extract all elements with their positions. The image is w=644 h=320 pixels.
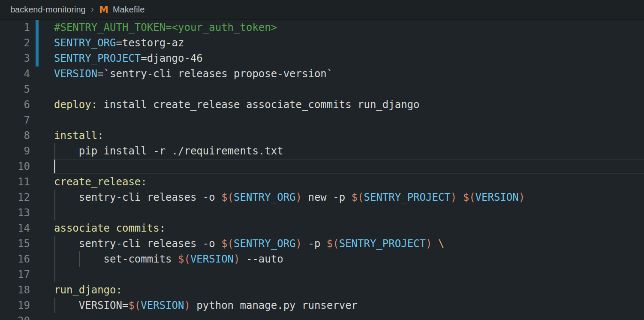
line-number[interactable]: 8 — [0, 128, 30, 143]
code-line[interactable]: 16 set-commits $(VERSION) --auto — [0, 251, 644, 267]
line-number[interactable]: 3 — [0, 51, 30, 66]
line-text: VERSION=`sentry-cli releases propose-ver… — [54, 66, 333, 82]
token-var: VERSION — [475, 191, 519, 203]
token-target: install: — [54, 130, 104, 142]
token-punct: ) — [296, 238, 302, 250]
line-number[interactable]: 20 — [0, 313, 30, 320]
token-punct: ) — [426, 238, 432, 250]
token-punct: $( — [352, 191, 364, 203]
line-text: #SENTRY_AUTH_TOKEN=<your_auth_token> — [54, 20, 277, 35]
breadcrumb-folder[interactable]: backend-monitoring — [10, 5, 86, 15]
token-punct: ) — [296, 191, 302, 203]
line-text: install: — [54, 128, 104, 143]
breadcrumb: backend-monitoring › M Makefile — [0, 0, 644, 20]
code-line[interactable]: 18run_django: — [0, 282, 644, 298]
token-text: --auto — [240, 253, 283, 265]
token-target: associate_commits: — [54, 222, 166, 234]
line-text: VERSION=$(VERSION) python manage.py runs… — [54, 298, 358, 313]
modified-lines-indicator[interactable] — [36, 20, 39, 66]
token-text: set-commits — [54, 253, 178, 265]
token-var: VERSION — [54, 68, 97, 80]
code-line[interactable]: 4VERSION=`sentry-cli releases propose-ve… — [0, 66, 644, 82]
line-number[interactable]: 10 — [0, 159, 30, 174]
token-punct: $( — [463, 191, 475, 203]
code-line[interactable]: 3SENTRY_PROJECT=django-46 — [0, 51, 644, 66]
token-punct: ) — [451, 191, 457, 203]
breadcrumb-file[interactable]: Makefile — [113, 5, 144, 15]
line-text: sentry-cli releases -o $(SENTRY_ORG) new… — [54, 190, 525, 205]
token-punct: ) — [519, 191, 525, 203]
token-text: pip install -r ./requirements.txt — [54, 145, 283, 157]
line-text: sentry-cli releases -o $(SENTRY_ORG) -p … — [54, 236, 444, 251]
code-line[interactable]: 9 pip install -r ./requirements.txt — [0, 143, 644, 159]
code-line[interactable]: 19 VERSION=$(VERSION) python manage.py r… — [0, 298, 644, 313]
line-number[interactable]: 2 — [0, 35, 30, 51]
code-line[interactable]: 5 — [0, 82, 644, 97]
token-gold: \ — [438, 238, 444, 250]
line-text: pip install -r ./requirements.txt — [54, 143, 283, 159]
line-number[interactable]: 12 — [0, 190, 30, 205]
line-number[interactable]: 14 — [0, 220, 30, 236]
code-line[interactable]: 8install: — [0, 128, 644, 143]
token-text — [457, 191, 463, 203]
token-text: VERSION= — [54, 299, 128, 311]
token-text: =testorg-az — [116, 37, 184, 49]
line-number[interactable]: 7 — [0, 112, 30, 128]
line-text: deploy: install create_release associate… — [54, 97, 420, 112]
token-target: deploy: — [54, 99, 97, 111]
code-line[interactable]: 2SENTRY_ORG=testorg-az — [0, 35, 644, 51]
token-punct: $( — [128, 299, 141, 311]
line-number[interactable]: 13 — [0, 205, 30, 220]
code-line[interactable]: 10 — [0, 159, 644, 174]
token-punct: ) — [184, 299, 190, 311]
token-text: python manage.py runserver — [190, 299, 358, 311]
line-number[interactable]: 18 — [0, 282, 30, 298]
token-punct: $( — [327, 238, 339, 250]
token-text: =django-46 — [141, 52, 203, 64]
token-text: sentry-cli releases -o — [54, 238, 221, 250]
token-var: SENTRY_PROJECT — [54, 52, 141, 64]
token-target: create_release: — [54, 176, 147, 188]
line-number[interactable]: 6 — [0, 97, 30, 112]
line-text: set-commits $(VERSION) --auto — [54, 251, 283, 267]
token-var: SENTRY_PROJECT — [364, 191, 451, 203]
line-text: create_release: — [54, 174, 147, 190]
line-number[interactable]: 15 — [0, 236, 30, 251]
code-line[interactable]: 15 sentry-cli releases -o $(SENTRY_ORG) … — [0, 236, 644, 251]
code-line[interactable]: 6deploy: install create_release associat… — [0, 97, 644, 112]
line-text: run_django: — [54, 282, 122, 298]
line-text: SENTRY_ORG=testorg-az — [54, 35, 184, 51]
chevron-right-icon: › — [91, 4, 94, 15]
current-line-highlight — [52, 159, 644, 174]
code-line[interactable]: 20 — [0, 313, 644, 320]
token-var: SENTRY_ORG — [234, 191, 296, 203]
token-text — [432, 238, 438, 250]
line-text: SENTRY_PROJECT=django-46 — [54, 51, 203, 66]
token-punct: ) — [234, 253, 240, 265]
line-number[interactable]: 5 — [0, 82, 30, 97]
line-number[interactable]: 4 — [0, 66, 30, 82]
code-line[interactable]: 1#SENTRY_AUTH_TOKEN=<your_auth_token> — [0, 20, 644, 35]
indent-guide — [54, 267, 55, 282]
code-line[interactable]: 17 — [0, 267, 644, 282]
line-number[interactable]: 1 — [0, 20, 30, 35]
code-line[interactable]: 11create_release: — [0, 174, 644, 190]
token-var: SENTRY_ORG — [234, 238, 296, 250]
line-number[interactable]: 19 — [0, 298, 30, 313]
token-var: SENTRY_ORG — [54, 37, 116, 49]
makefile-icon: M — [99, 4, 108, 15]
code-line[interactable]: 13 — [0, 205, 644, 220]
token-comment: #SENTRY_AUTH_TOKEN=<your_auth_token> — [54, 21, 277, 33]
token-var: VERSION — [141, 299, 184, 311]
line-number[interactable]: 16 — [0, 251, 30, 267]
token-text: -p — [302, 238, 327, 250]
code-line[interactable]: 7 — [0, 112, 644, 128]
line-number[interactable]: 17 — [0, 267, 30, 282]
code-line[interactable]: 12 sentry-cli releases -o $(SENTRY_ORG) … — [0, 190, 644, 205]
code-editor[interactable]: 1#SENTRY_AUTH_TOKEN=<your_auth_token>2SE… — [0, 20, 644, 320]
token-text: =`sentry-cli releases propose-version` — [97, 68, 333, 80]
line-number[interactable]: 11 — [0, 174, 30, 190]
line-number[interactable]: 9 — [0, 143, 30, 159]
code-line[interactable]: 14associate_commits: — [0, 220, 644, 236]
indent-guide — [54, 205, 55, 220]
